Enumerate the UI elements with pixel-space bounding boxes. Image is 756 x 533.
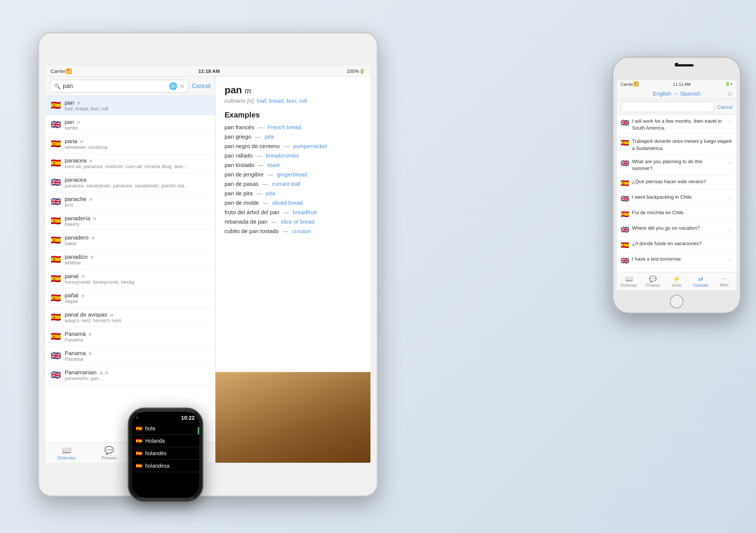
watch-item[interactable]: 🇪🇸 Holanda — [132, 435, 199, 447]
iphone-phrase-item[interactable]: 🇪🇸 ¿Qué piensas hacer este verano? — [617, 175, 736, 191]
iphone-dictionary-icon: 📖 — [625, 275, 633, 283]
dict-item-word: panadería n — [65, 215, 210, 221]
flag-icon: 🇬🇧 — [51, 121, 61, 129]
dict-item-def: Panamá — [65, 356, 210, 362]
example-spanish: pan negro de centeno — [225, 143, 280, 149]
dict-item-def: sartén — [65, 125, 210, 131]
example-row: cubito de pan tostado — crouton — [225, 228, 361, 234]
dict-item[interactable]: 🇪🇸 panadizo n whitlow — [45, 250, 215, 269]
example-english: gingerbread — [277, 171, 307, 178]
iphone-search-input[interactable] — [621, 102, 715, 112]
tab-dictionary-label: Dictionary — [57, 456, 76, 460]
example-english: currant loaf — [272, 181, 300, 187]
iphone-tab-verbs[interactable]: ⚡ Verbs — [665, 272, 688, 290]
iphone-tab-phrases[interactable]: 💬 Phrases — [641, 272, 665, 290]
iphone-tab-dictionary[interactable]: 📖 Dictionary — [617, 272, 641, 290]
phrase-star[interactable]: ☆ — [727, 195, 733, 202]
iphone-carrier: Carrier — [621, 82, 634, 87]
dict-item-word: Panamanian a, n — [65, 369, 210, 375]
example-row: pan negro de centeno — pumpernickel — [225, 143, 361, 149]
iphone-phrase-item[interactable]: 🇪🇸 Fui de mochila en Chile. — [617, 206, 736, 222]
dict-item[interactable]: 🇪🇸 pañal n diaper — [45, 289, 215, 308]
iphone-translate-icon: ⇄ — [698, 275, 703, 283]
iphone-wifi-icon: 📶 — [634, 82, 639, 87]
def-subtitle: culinario [n]: loaf; bread; bun; roll — [225, 97, 361, 104]
dict-item[interactable]: 🇪🇸 panal de avispas n wasp's nest; horne… — [45, 308, 215, 327]
apple-watch: ‹ 10:22 🇪🇸 hola 🇪🇸 Holanda 🇪🇸 holandés 🇪… — [128, 408, 203, 502]
dict-item-def: velveteen; corduroy — [65, 144, 210, 150]
dict-item[interactable]: 🇪🇸 Panamá n Panama — [45, 327, 215, 346]
phrase-text: Fui de mochila en Chile. — [632, 209, 733, 216]
phrase-text: I will work for a few months, then trave… — [632, 118, 724, 131]
dict-item-text: Panamá n Panama — [65, 331, 210, 343]
iphone-phrase-item[interactable]: 🇪🇸 Trabajaré durante unos meses y luego … — [617, 135, 736, 155]
phrase-star[interactable]: ☆ — [727, 256, 733, 264]
watch-item[interactable]: 🇪🇸 holandés — [132, 447, 199, 460]
dict-item-text: pan n loaf; bread; bun; roll — [65, 99, 210, 111]
def-category: culinario [n]: — [225, 97, 257, 104]
examples-title: Examples — [225, 111, 361, 119]
iphone-star-button[interactable]: ☆ — [727, 90, 733, 98]
dict-item-word: Panamá n — [65, 331, 210, 337]
dict-item-def: panacea; sanalotodo; panacea; sanalotodo… — [65, 183, 210, 188]
iphone-phrase-item[interactable]: 🇪🇸 ¿A donde fuiste en vacaciones? — [617, 237, 736, 253]
dict-item[interactable]: 🇪🇸 panadero n baker — [45, 231, 215, 250]
phrases-icon: 💬 — [104, 446, 114, 455]
dict-item[interactable]: 🇬🇧 pan n sartén — [45, 115, 215, 134]
cancel-button[interactable]: Cancel — [192, 83, 211, 90]
watch-flag: 🇪🇸 — [136, 438, 142, 444]
phrase-star[interactable]: ☆ — [727, 119, 733, 126]
flag-icon: 🇪🇸 — [51, 332, 61, 341]
dict-item[interactable]: 🇬🇧 Panamanian a, n panameño; pan... — [45, 366, 215, 385]
iphone-nav-title: English → Spanish — [653, 90, 701, 97]
example-english: breadcrumbs — [266, 152, 299, 159]
iphone-cancel-button[interactable]: Cancel — [717, 104, 733, 110]
tab-dictionary[interactable]: 📖 Dictionary — [45, 443, 88, 463]
clear-icon[interactable]: ✕ — [180, 83, 184, 90]
dict-item-def: bakery — [65, 221, 210, 227]
dict-item-word: Panama n — [65, 350, 210, 356]
search-input[interactable]: pan — [63, 83, 167, 90]
dict-item[interactable]: 🇪🇸 panal n honeycomb; honeycomb; hexag — [45, 269, 215, 289]
dict-item[interactable]: 🇪🇸 pana n velveteen; corduroy — [45, 134, 215, 154]
watch-item[interactable]: 🇪🇸 hola — [132, 422, 199, 435]
iphone-phrase-item[interactable]: 🇬🇧 What are you planning to do this summ… — [617, 155, 736, 175]
dict-item-word: panal n — [65, 273, 210, 279]
phrase-text: Trabajaré durante unos meses y luego via… — [632, 138, 733, 151]
iphone-phrase-item[interactable]: 🇬🇧 I have a test tomorrow. ☆ — [617, 253, 736, 268]
dict-item[interactable]: 🇬🇧 panache n brío — [45, 192, 215, 212]
phrase-star[interactable]: ☆ — [727, 159, 733, 166]
iphone-phrase-item[interactable]: 🇬🇧 I will work for a few months, then tr… — [617, 115, 736, 135]
iphone-tab-more[interactable]: ··· More — [713, 272, 736, 290]
phrase-star[interactable]: ☆ — [727, 226, 733, 233]
iphone-phrase-item[interactable]: 🇬🇧 I went backpacking in Chile. ☆ — [617, 191, 736, 206]
example-dash: — — [258, 162, 265, 168]
dict-item[interactable]: 🇪🇸 panadería n bakery — [45, 212, 215, 231]
dict-item[interactable]: 🇪🇸 pan n loaf; bread; bun; roll — [45, 96, 215, 115]
dict-item[interactable]: 🇬🇧 panacea panacea; sanalotodo; panacea;… — [45, 173, 215, 192]
example-english: pita — [265, 133, 274, 140]
dict-item-text: panacea panacea; sanalotodo; panacea; sa… — [65, 176, 210, 188]
iphone-phrase-item[interactable]: 🇪🇸 Tengo un examen mañana. — [617, 268, 736, 272]
example-row: pan griego — pita — [225, 133, 361, 140]
tab-phrases[interactable]: 💬 Phrases — [88, 443, 130, 463]
example-row: pan rallado — breadcrumbs — [225, 152, 361, 159]
iphone-phrase-item[interactable]: 🇬🇧 Where did you go on vacation? ☆ — [617, 222, 736, 237]
phrase-text: Where did you go on vacation? — [632, 225, 724, 232]
dict-item[interactable]: 🇪🇸 panacea n cure-all; panacea; nostrum;… — [45, 154, 215, 173]
ipad-screen: Carrier 📶 11:18 AM 100% 🔋 🔍 pan 🌐 ✕ Canc… — [45, 66, 370, 463]
iphone-tab-translate[interactable]: ⇄ Translate — [689, 272, 713, 290]
dict-item-text: panadería n bakery — [65, 215, 210, 227]
flag-icon: 🇪🇸 — [51, 236, 61, 244]
example-dash: — — [258, 124, 265, 130]
example-row: pan de jengibre — gingerbread — [225, 171, 361, 178]
search-input-wrap[interactable]: 🔍 pan 🌐 ✕ — [50, 80, 189, 93]
dict-item-text: Panamanian a, n panameño; pan... — [65, 369, 210, 381]
dict-item[interactable]: 🇬🇧 Panama n Panamá — [45, 346, 215, 366]
iphone-search: Cancel — [617, 99, 736, 115]
watch-item[interactable]: 🇪🇸 holandesa — [132, 460, 199, 472]
dict-item-text: panacea n cure-all; panacea; nostrum; cu… — [65, 157, 210, 169]
iphone: Carrier 📶 11:11 AM 🔋+ English → Spanish … — [612, 57, 741, 314]
globe-icon[interactable]: 🌐 — [169, 82, 177, 90]
iphone-home-button[interactable] — [670, 295, 683, 308]
